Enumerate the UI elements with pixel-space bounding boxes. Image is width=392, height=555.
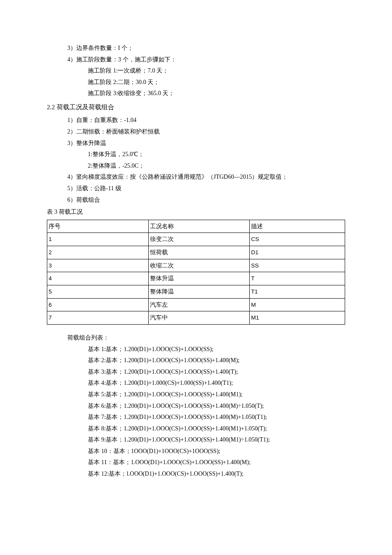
construction-stage-1: 施工阶段 1:一次成桥；7.0 天； xyxy=(47,65,345,77)
table-cell: 6 xyxy=(47,298,149,311)
combo-item: 基本 7:基本；1.200(D1)+1.OOO(CS)+1.OOO(SS)+1.… xyxy=(47,412,345,423)
table-cell: D1 xyxy=(250,246,345,259)
table-row: 2 恒荷载 D1 xyxy=(47,246,345,259)
table-header-desc: 描述 xyxy=(250,220,345,233)
table-cell: T1 xyxy=(250,285,345,299)
construction-stage-2: 施工阶段 2:二期；30.0 天； xyxy=(47,77,345,88)
table-cell: T xyxy=(250,272,345,285)
combo-item: 基本 5:基本；1.200(D1)+1.OOO(CS)+1.OOO(SS)+1.… xyxy=(47,389,345,401)
combo-item: 基本 11：基本；1.OOO(D1)+1.OOO(CS)+1.OOO(SS)+1… xyxy=(47,457,345,468)
table-cell: SS xyxy=(250,259,345,272)
table-cell: 5 xyxy=(47,285,149,299)
load-gradient-temp: 4）竖向梯度温度效应：按《公路桥涵设计通用规范》（JTGD60—2015）规定取… xyxy=(47,171,345,183)
load-temperature-heading: 3）整体升降温 xyxy=(47,138,345,149)
combo-item: 基本 6:基本；1.200(D1)+1.OOO(CS)+1.OOO(SS)+1.… xyxy=(47,401,345,412)
table-header-row: 序号 工况名称 描述 xyxy=(47,220,345,233)
combo-item: 基本 8:基本；1.200(D1)+1.OOO(CS)+1.OOO(SS)+1.… xyxy=(47,423,345,435)
boundary-condition-line: 3）边界条件数量：I 个； xyxy=(47,43,345,54)
table-cell: M1 xyxy=(250,311,345,325)
table-row: 5 整体降温 T1 xyxy=(47,285,345,299)
table-cell: 整体升温 xyxy=(148,272,250,285)
table-cell: 收缩二次 xyxy=(148,259,250,272)
combo-item: 基本 10：基本；1OOO(D1)+1OOO(CS)+1OOO(SS); xyxy=(47,446,345,457)
combo-item: 基本 3:基本；1.200(D1)+1.OOO(CS)+1.OOO(SS)+1.… xyxy=(47,366,345,378)
combo-item: 基本 12:基本；l.OOO(D1)+1.OOO(CS)+1.OOO(SS)+1… xyxy=(47,468,345,480)
construction-stage-3: 施工阶段 3:收缩徐变；365.0 天； xyxy=(47,88,345,99)
combo-item: 基本 9:基本；1.200(D1)+1.OOO(CS)+1.OOO(SS)+1.… xyxy=(47,434,345,446)
table-3-caption: 表 3 荷载工况 xyxy=(47,206,345,218)
section-2-2-heading: 2.2 荷载工况及荷载组合 xyxy=(47,101,345,113)
table-cell: 汽车中 xyxy=(148,311,250,325)
construction-stage-count-line: 4）施工阶段数量：3 个，施工步骤如下： xyxy=(47,54,345,66)
load-cases-block: 1）自重：自重系数：-1.04 2）二期恒载：桥面铺装和护栏恒载 3）整体升降温… xyxy=(47,115,345,206)
combo-item: 基本 2:基本；1.200(D1)+1.OOO(CS)+1.OOO(SS)+1.… xyxy=(47,355,345,366)
combo-item: 基本 4:基本；1.200(D1)+1.000(CS)+1.000(SS)+1.… xyxy=(47,378,345,389)
table-header-seq: 序号 xyxy=(47,220,149,233)
table-row: 4 整体升温 T xyxy=(47,272,345,285)
table-cell: 4 xyxy=(47,272,149,285)
load-secondary-dead: 2）二期恒载：桥面铺装和护栏恒载 xyxy=(47,126,345,138)
table-3-load-cases: 序号 工况名称 描述 1 徐变二次 CS 2 恒荷载 D1 3 收缩二次 SS … xyxy=(47,220,345,325)
table-row: 3 收缩二次 SS xyxy=(47,259,345,272)
table-cell: 汽车左 xyxy=(148,298,250,311)
table-cell: 恒荷载 xyxy=(148,246,250,259)
table-cell: 1 xyxy=(47,233,149,246)
table-cell: 7 xyxy=(47,311,149,325)
table-row: 6 汽车左 M xyxy=(47,298,345,311)
table-cell: 徐变二次 xyxy=(148,233,250,246)
combo-item: 基本 1:基本；1.200(D1)+1.OOO(CS)+1.OOO(SS); xyxy=(47,344,345,355)
combo-list-block: 基本 1:基本；1.200(D1)+1.OOO(CS)+1.OOO(SS); 基… xyxy=(47,344,345,480)
table-row: 1 徐变二次 CS xyxy=(47,233,345,246)
load-temp-rise: 1:整体升温，25.0℃； xyxy=(47,149,345,160)
load-live-load: 5）活载：公路-11 级 xyxy=(47,183,345,195)
load-temp-fall: 2:整体降温，-25.0C； xyxy=(47,160,345,172)
load-combination-heading: 6）荷载组合 xyxy=(47,195,345,206)
construction-info-block: 3）边界条件数量：I 个； 4）施工阶段数量：3 个，施工步骤如下： 施工阶段 … xyxy=(47,43,345,99)
table-cell: 整体降温 xyxy=(148,285,250,299)
combo-list-title: 荷载组合列表： xyxy=(47,332,345,344)
table-cell: CS xyxy=(250,233,345,246)
table-cell: 3 xyxy=(47,259,149,272)
table-cell: M xyxy=(250,298,345,311)
table-row: 7 汽车中 M1 xyxy=(47,311,345,325)
table-cell: 2 xyxy=(47,246,149,259)
table-header-name: 工况名称 xyxy=(148,220,250,233)
load-self-weight: 1）自重：自重系数：-1.04 xyxy=(47,115,345,126)
